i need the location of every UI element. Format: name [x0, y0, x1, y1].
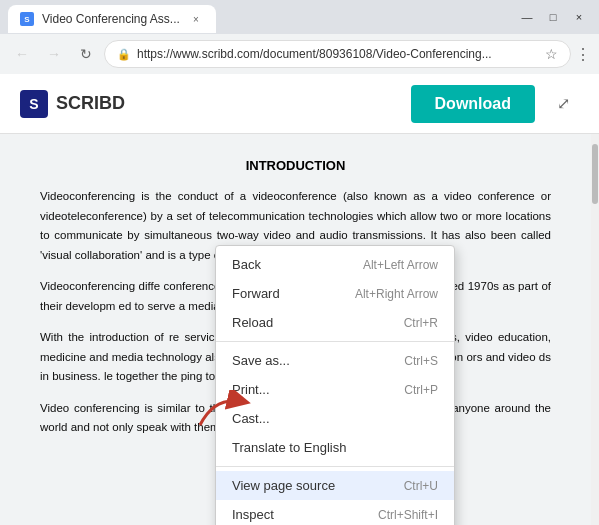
browser-menu-icon[interactable]: ⋮ — [575, 45, 591, 64]
scrollbar-thumb[interactable] — [592, 144, 598, 204]
document-title: INTRODUCTION — [40, 158, 551, 173]
scribd-logo-icon: S — [20, 90, 48, 118]
context-menu-inspect[interactable]: Inspect Ctrl+Shift+I — [216, 500, 454, 525]
context-menu-divider-2 — [216, 466, 454, 467]
title-bar: S Video Conferencing Ass... × — □ × — [0, 0, 599, 34]
scribd-logo-text: SCRIBD — [56, 93, 125, 114]
download-button[interactable]: Download — [411, 85, 535, 123]
site-header: S SCRIBD Download ⤢ — [0, 74, 599, 134]
scrollbar[interactable] — [591, 134, 599, 525]
forward-button[interactable]: → — [40, 40, 68, 68]
context-menu-back[interactable]: Back Alt+Left Arrow — [216, 250, 454, 279]
minimize-button[interactable]: — — [515, 5, 539, 29]
context-menu-reload[interactable]: Reload Ctrl+R — [216, 308, 454, 337]
tab-title: Video Conferencing Ass... — [42, 12, 180, 26]
secure-lock-icon: 🔒 — [117, 48, 131, 61]
context-menu-forward[interactable]: Forward Alt+Right Arrow — [216, 279, 454, 308]
browser-tab[interactable]: S Video Conferencing Ass... × — [8, 5, 216, 33]
tab-close-button[interactable]: × — [188, 11, 204, 27]
scribd-logo[interactable]: S SCRIBD — [20, 90, 125, 118]
url-text: https://www.scribd.com/document/80936108… — [137, 47, 539, 61]
context-menu-view-source[interactable]: View page source Ctrl+U — [216, 471, 454, 500]
context-menu-save[interactable]: Save as... Ctrl+S — [216, 346, 454, 375]
bookmark-star-icon[interactable]: ☆ — [545, 46, 558, 62]
fullscreen-button[interactable]: ⤢ — [547, 88, 579, 120]
context-menu-divider-1 — [216, 341, 454, 342]
back-button[interactable]: ← — [8, 40, 36, 68]
close-window-button[interactable]: × — [567, 5, 591, 29]
context-menu-translate[interactable]: Translate to English — [216, 433, 454, 462]
address-bar: ← → ↻ 🔒 https://www.scribd.com/document/… — [0, 34, 599, 74]
maximize-button[interactable]: □ — [541, 5, 565, 29]
window-controls: — □ × — [515, 5, 591, 29]
url-bar[interactable]: 🔒 https://www.scribd.com/document/809361… — [104, 40, 571, 68]
reload-button[interactable]: ↻ — [72, 40, 100, 68]
context-menu: Back Alt+Left Arrow Forward Alt+Right Ar… — [215, 245, 455, 525]
tab-favicon: S — [20, 12, 34, 26]
arrow-indicator — [195, 390, 255, 434]
